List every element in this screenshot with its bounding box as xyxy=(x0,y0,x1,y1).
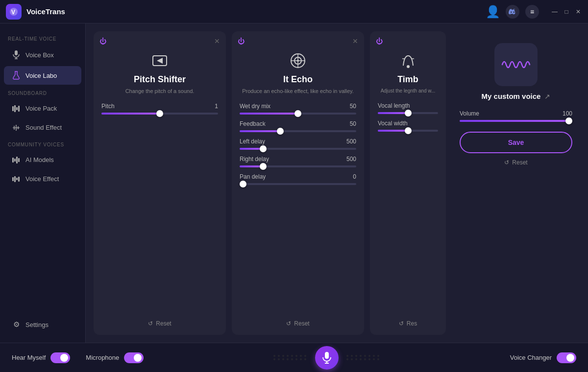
svg-rect-15 xyxy=(14,159,16,162)
pitch-shifter-icon xyxy=(101,51,218,70)
right-delay-slider[interactable] xyxy=(240,165,356,167)
voice-changer-item: Voice Changer xyxy=(510,352,576,363)
microphone-label: Microphone xyxy=(86,354,119,361)
pan-delay-slider[interactable] xyxy=(240,183,356,185)
voice-box-label: Voice Box xyxy=(25,51,54,59)
titlebar: V VoiceTrans 👤 ≡ — □ ✕ xyxy=(0,0,588,23)
feedback-value: 50 xyxy=(350,120,356,127)
feedback-thumb[interactable] xyxy=(277,128,284,135)
reset-button[interactable]: ↺ Reset xyxy=(504,159,527,166)
app-logo: V xyxy=(6,4,22,20)
hear-myself-toggle[interactable] xyxy=(50,352,70,363)
vocal-length-thumb[interactable] xyxy=(405,110,412,116)
it-echo-close[interactable]: ✕ xyxy=(352,37,358,45)
vocal-length-slider[interactable] xyxy=(378,112,438,114)
pan-delay-label: Pan delay xyxy=(240,173,266,180)
reset-label-2: Reset xyxy=(294,320,309,327)
svg-rect-19 xyxy=(14,176,16,182)
app-title: VoiceTrans xyxy=(26,7,486,16)
hear-myself-label: Hear Myself xyxy=(12,354,46,361)
pitch-slider-fill xyxy=(101,113,160,115)
save-button[interactable]: Save xyxy=(460,132,572,153)
left-delay-value: 500 xyxy=(346,138,356,145)
pitch-label: Pitch xyxy=(101,103,115,110)
right-delay-thumb[interactable] xyxy=(260,163,267,170)
volume-slider[interactable] xyxy=(460,120,572,122)
volume-value: 100 xyxy=(563,110,572,117)
pitch-shifter-title: Pitch Shifter xyxy=(101,74,218,85)
sidebar-item-voice-labo[interactable]: Voice Labo xyxy=(4,66,81,85)
flask-icon xyxy=(12,71,21,80)
timbre-desc: Adjust the legnth and w... xyxy=(378,88,438,94)
window-controls: — □ ✕ xyxy=(551,8,582,16)
sidebar-item-settings[interactable]: ⚙ Settings xyxy=(4,315,81,334)
it-echo-title: It Echo xyxy=(240,74,356,85)
minimize-button[interactable]: — xyxy=(551,8,559,16)
it-echo-power[interactable]: ⏻ xyxy=(238,37,245,45)
pitch-shifter-controls: Pitch 1 xyxy=(101,103,218,312)
sidebar: REAL-TIME VOICE Voice Box Voice Labo xyxy=(0,23,86,343)
timbre-power[interactable]: ⏻ xyxy=(376,37,383,45)
pitch-shifter-power[interactable]: ⏻ xyxy=(99,37,106,45)
sidebar-item-voice-pack[interactable]: Voice Pack xyxy=(4,100,81,117)
sidebar-item-voice-box[interactable]: Voice Box xyxy=(4,46,81,64)
settings-icon: ⚙ xyxy=(12,320,21,329)
svg-rect-32 xyxy=(325,352,329,359)
close-button[interactable]: ✕ xyxy=(574,8,582,16)
right-delay-value: 500 xyxy=(346,156,356,163)
pitch-shifter-desc: Change the pitch of a sound. xyxy=(101,88,218,95)
reset-icon: ↺ xyxy=(148,320,153,327)
pan-delay-control: Pan delay 0 xyxy=(240,173,356,185)
equalizer-icon xyxy=(12,124,21,131)
voice-labo-label: Voice Labo xyxy=(25,72,57,79)
pan-delay-thumb[interactable] xyxy=(240,181,246,187)
feedback-label: Feedback xyxy=(240,120,266,127)
maximize-button[interactable]: □ xyxy=(563,8,570,16)
bottom-center xyxy=(159,346,494,370)
export-icon[interactable]: ↗ xyxy=(544,93,550,100)
vocal-width-slider[interactable] xyxy=(378,130,438,132)
left-delay-thumb[interactable] xyxy=(260,145,267,152)
vocal-width-control: Vocal width xyxy=(378,120,438,132)
pan-delay-value: 0 xyxy=(353,173,356,180)
avatar-icon[interactable]: 👤 xyxy=(486,5,500,19)
mic-button[interactable] xyxy=(315,346,339,370)
microphone-toggle[interactable] xyxy=(124,352,144,363)
svg-marker-23 xyxy=(157,58,163,64)
timbre-card: ⏻ Timb Adjust the legnth and w... Vocal … xyxy=(370,31,446,335)
it-echo-icon xyxy=(240,51,356,70)
bars-icon xyxy=(12,105,21,112)
sidebar-item-voice-effect[interactable]: Voice Effect xyxy=(4,170,81,187)
pitch-slider-thumb[interactable] xyxy=(156,110,163,117)
discord-icon[interactable] xyxy=(506,5,519,19)
pitch-slider-track[interactable] xyxy=(101,113,218,115)
wet-dry-thumb[interactable] xyxy=(294,110,301,117)
pitch-shifter-reset[interactable]: ↺ Reset xyxy=(101,320,218,327)
vocal-length-control: Vocal length xyxy=(378,102,438,114)
content-area: ⏻ ✕ Pitch Shifter Change the pitch of a … xyxy=(86,23,588,343)
left-delay-slider[interactable] xyxy=(240,148,356,150)
volume-thumb[interactable] xyxy=(565,117,572,124)
it-echo-reset[interactable]: ↺ Reset xyxy=(240,320,356,327)
reset-label-main: Reset xyxy=(512,159,527,166)
sidebar-item-ai-models[interactable]: AI Models xyxy=(4,151,81,168)
pitch-shifter-close[interactable]: ✕ xyxy=(214,37,220,45)
feedback-slider[interactable] xyxy=(240,130,356,132)
reset-icon-main: ↺ xyxy=(504,159,509,166)
timbre-reset[interactable]: ↺ Res xyxy=(378,320,438,327)
section-community: COMMUNITY VOICES xyxy=(0,137,85,150)
wet-dry-value: 50 xyxy=(350,103,356,110)
wet-dry-label: Wet dry mix xyxy=(240,103,270,110)
voice-changer-toggle[interactable] xyxy=(557,352,576,363)
it-echo-card: ⏻ ✕ It Echo Produce an echo-like effect,… xyxy=(232,31,364,335)
wet-dry-slider[interactable] xyxy=(240,113,356,115)
voice-changer-label: Voice Changer xyxy=(510,354,552,361)
menu-icon[interactable]: ≡ xyxy=(525,5,539,19)
bottom-bar: Hear Myself Microphone xyxy=(0,343,588,372)
svg-rect-17 xyxy=(18,158,20,162)
sidebar-item-sound-effect[interactable]: Sound Effect xyxy=(4,119,81,136)
pitch-control: Pitch 1 xyxy=(101,103,218,115)
voice-pack-label: Voice Pack xyxy=(25,105,57,112)
reset-label-3: Res xyxy=(407,320,417,327)
vocal-width-thumb[interactable] xyxy=(405,127,412,134)
